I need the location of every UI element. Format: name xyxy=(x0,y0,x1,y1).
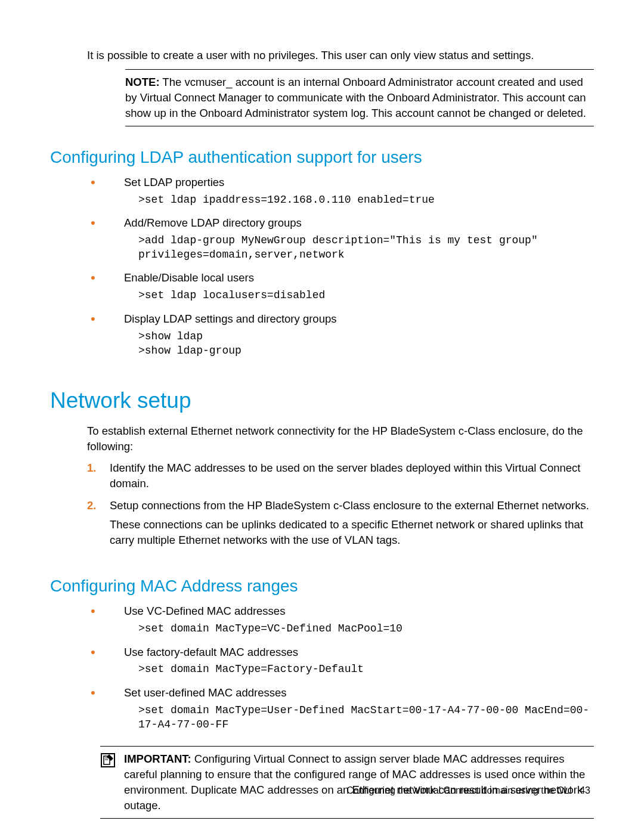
important-text: Configuring Virtual Connect to assign se… xyxy=(124,753,585,812)
item-label: Display LDAP settings and directory grou… xyxy=(124,312,336,325)
code-block: >set domain MacType=VC-Defined MacPool=1… xyxy=(124,621,594,636)
note-text: The vcmuser_ account is an internal Onbo… xyxy=(125,76,586,119)
heading-mac: Configuring MAC Address ranges xyxy=(50,574,594,597)
list-item: Add/Remove LDAP directory groups >add ld… xyxy=(87,215,594,270)
important-callout: IMPORTANT: Configuring Virtual Connect t… xyxy=(100,746,594,819)
heading-ldap: Configuring LDAP authentication support … xyxy=(50,145,594,169)
code-block: >show ldap >show ldap-group xyxy=(124,329,594,358)
step-item: Identify the MAC addresses to be used on… xyxy=(87,460,594,498)
note-label: NOTE: xyxy=(125,76,160,88)
intro-paragraph: It is possible to create a user with no … xyxy=(87,48,594,63)
item-label: Set user-defined MAC addresses xyxy=(124,686,287,699)
list-item: Display LDAP settings and directory grou… xyxy=(87,311,594,366)
code-block: >set domain MacType=User-Defined MacStar… xyxy=(124,703,594,732)
important-icon xyxy=(100,753,116,772)
mac-list: Use VC-Defined MAC addresses >set domain… xyxy=(87,603,594,740)
note-callout: NOTE: The vcmuser_ account is an interna… xyxy=(125,69,594,126)
list-item: Set user-defined MAC addresses >set doma… xyxy=(87,685,594,740)
code-block: >set domain MacType=Factory-Default xyxy=(124,662,594,676)
code-block: >add ldap-group MyNewGroup description="… xyxy=(124,233,594,262)
footer-title: Configuring the Virtual Connect domain u… xyxy=(346,785,572,795)
page-number: 43 xyxy=(580,785,590,795)
list-item: Set LDAP properties >set ldap ipaddress=… xyxy=(87,175,594,215)
item-label: Enable/Disable local users xyxy=(124,271,254,284)
item-label: Set LDAP properties xyxy=(124,176,224,188)
list-item: Use factory-default MAC addresses >set d… xyxy=(87,645,594,685)
closing-paragraph: Each server blade Ethernet NIC ships wit… xyxy=(87,831,594,833)
ldap-list: Set LDAP properties >set ldap ipaddress=… xyxy=(87,175,594,366)
page-footer: Configuring the Virtual Connect domain u… xyxy=(346,784,590,797)
important-body: IMPORTANT: Configuring Virtual Connect t… xyxy=(124,751,594,813)
list-item: Use VC-Defined MAC addresses >set domain… xyxy=(87,603,594,644)
item-label: Use VC-Defined MAC addresses xyxy=(124,605,285,617)
step-sub-text: These connections can be uplinks dedicat… xyxy=(110,517,594,548)
important-label: IMPORTANT: xyxy=(124,753,191,765)
step-text: Setup connections from the HP BladeSyste… xyxy=(110,499,589,512)
code-block: >set ldap localusers=disabled xyxy=(124,288,594,302)
item-label: Add/Remove LDAP directory groups xyxy=(124,216,302,229)
network-steps: Identify the MAC addresses to be used on… xyxy=(87,460,594,555)
code-block: >set ldap ipaddress=192.168.0.110 enable… xyxy=(124,193,594,207)
item-label: Use factory-default MAC addresses xyxy=(124,646,298,658)
step-text: Identify the MAC addresses to be used on… xyxy=(110,462,580,490)
page-content: It is possible to create a user with no … xyxy=(50,48,594,833)
heading-network-setup: Network setup xyxy=(50,385,594,416)
list-item: Enable/Disable local users >set ldap loc… xyxy=(87,270,594,311)
step-item: Setup connections from the HP BladeSyste… xyxy=(87,498,594,555)
network-intro: To establish external Ethernet network c… xyxy=(87,423,594,454)
